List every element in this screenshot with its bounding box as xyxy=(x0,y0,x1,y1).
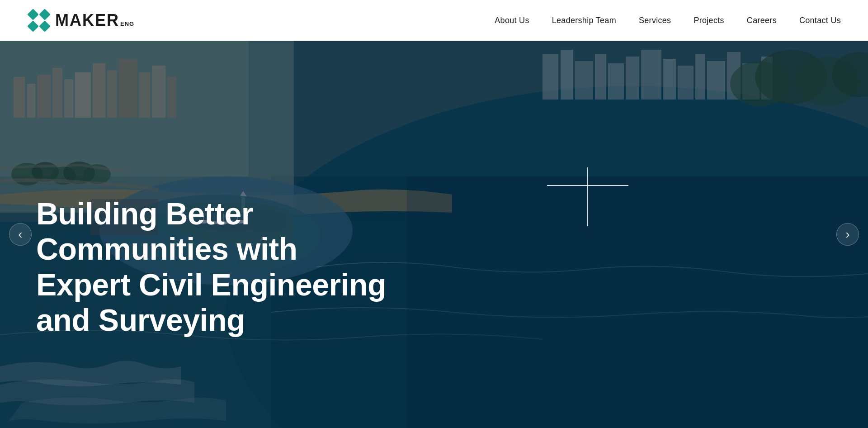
nav-item-careers[interactable]: Careers xyxy=(747,16,777,25)
nav-item-projects[interactable]: Projects xyxy=(693,16,724,25)
svg-rect-7 xyxy=(39,20,50,32)
svg-rect-4 xyxy=(27,9,38,20)
logo-text: MAKERENG xyxy=(55,11,134,30)
nav-item-contact-us[interactable]: Contact Us xyxy=(799,16,841,25)
nav-item-about-us[interactable]: About Us xyxy=(495,16,529,25)
nav-item-services[interactable]: Services xyxy=(639,16,671,25)
hero-title: Building Better Communities with Expert … xyxy=(36,196,398,338)
main-nav: About Us Leadership Team Services Projec… xyxy=(495,16,841,25)
logo-maker: MAKER xyxy=(55,11,119,30)
carousel-next-button[interactable]: › xyxy=(836,223,859,246)
hero-section: Building Better Communities with Expert … xyxy=(0,41,868,428)
hero-content: Building Better Communities with Expert … xyxy=(36,196,398,338)
carousel-prev-button[interactable]: ‹ xyxy=(9,223,32,246)
header: MAKERENG About Us Leadership Team Servic… xyxy=(0,0,868,41)
svg-rect-5 xyxy=(39,9,50,20)
logo-eng: ENG xyxy=(120,20,134,27)
logo[interactable]: MAKERENG xyxy=(27,9,134,32)
logo-icon xyxy=(27,9,51,32)
nav-item-leadership-team[interactable]: Leadership Team xyxy=(552,16,616,25)
hero-cross-decoration xyxy=(542,140,633,231)
svg-rect-6 xyxy=(27,20,38,32)
